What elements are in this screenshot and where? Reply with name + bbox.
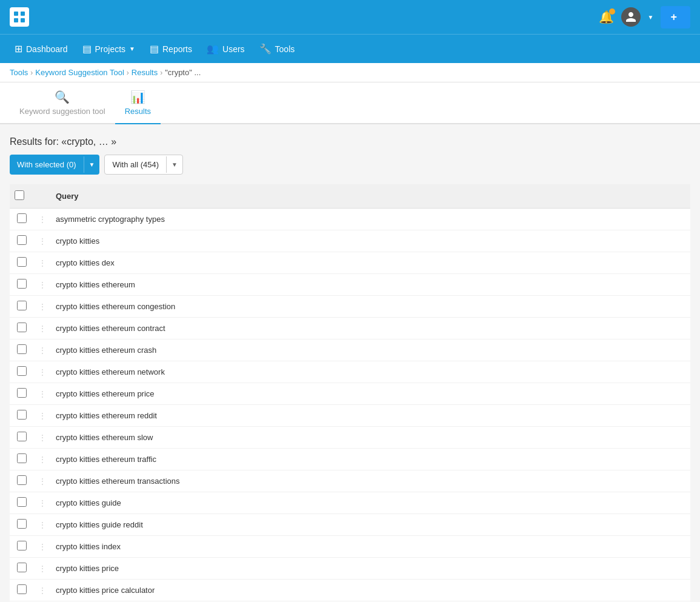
nav-label-users: Users bbox=[222, 44, 245, 54]
row-drag-handle: ⋮ bbox=[34, 318, 51, 339]
row-query: crypto kitties dex bbox=[51, 252, 690, 274]
row-query: crypto kitties ethereum slow bbox=[51, 427, 690, 449]
row-drag-handle: ⋮ bbox=[34, 296, 51, 318]
row-checkbox[interactable] bbox=[17, 279, 27, 289]
row-query: crypto kitties price bbox=[51, 558, 690, 580]
breadcrumb-sep-2: › bbox=[127, 69, 129, 77]
row-checkbox-cell bbox=[10, 449, 34, 470]
row-checkbox[interactable] bbox=[17, 475, 27, 485]
table-row: ⋮crypto kitties bbox=[10, 230, 690, 252]
row-checkbox[interactable] bbox=[17, 519, 27, 529]
row-checkbox-cell bbox=[10, 318, 34, 339]
row-checkbox-cell bbox=[10, 230, 34, 252]
svg-rect-1 bbox=[21, 12, 25, 16]
breadcrumb-results[interactable]: Results bbox=[132, 68, 158, 77]
row-query: crypto kitties ethereum contract bbox=[51, 318, 690, 339]
row-drag-handle: ⋮ bbox=[34, 449, 51, 470]
row-drag-handle: ⋮ bbox=[34, 209, 51, 230]
row-checkbox[interactable] bbox=[17, 497, 27, 507]
nav-item-users[interactable]: 👥 Users bbox=[202, 41, 250, 57]
drag-icon: ⋮ bbox=[39, 324, 46, 333]
nav-item-tools[interactable]: 🔧 Tools bbox=[255, 41, 300, 57]
row-query: crypto kitties ethereum bbox=[51, 274, 690, 296]
row-checkbox[interactable] bbox=[17, 563, 27, 572]
tab-bar: 🔍 Keyword suggestion tool 📊 Results bbox=[0, 82, 700, 124]
tab-results[interactable]: 📊 Results bbox=[115, 82, 161, 124]
row-checkbox-cell bbox=[10, 405, 34, 427]
layers-icon: ▤ bbox=[82, 43, 92, 55]
row-checkbox[interactable] bbox=[17, 257, 27, 267]
notifications-button[interactable]: 🔔 bbox=[599, 10, 614, 24]
row-drag-handle: ⋮ bbox=[34, 361, 51, 383]
breadcrumb-keyword-suggestion-tool[interactable]: Keyword Suggestion Tool bbox=[35, 68, 124, 77]
row-query: crypto kitties ethereum price bbox=[51, 383, 690, 405]
nav-label-dashboard: Dashboard bbox=[26, 44, 68, 54]
nav-item-reports[interactable]: ▤ Reports bbox=[145, 41, 197, 57]
svg-rect-3 bbox=[21, 18, 25, 22]
row-checkbox[interactable] bbox=[17, 584, 27, 594]
row-query: crypto kitties ethereum traffic bbox=[51, 449, 690, 470]
row-checkbox[interactable] bbox=[17, 235, 27, 245]
table-row: ⋮crypto kitties price calculator bbox=[10, 580, 690, 601]
select-all-checkbox[interactable] bbox=[15, 190, 24, 200]
row-drag-handle: ⋮ bbox=[34, 339, 51, 361]
with-all-dropdown-icon[interactable]: ▼ bbox=[166, 156, 182, 173]
drag-icon: ⋮ bbox=[39, 412, 46, 420]
tab-label-keyword-suggestion-tool: Keyword suggestion tool bbox=[19, 107, 105, 116]
row-checkbox[interactable] bbox=[17, 541, 27, 550]
breadcrumb-tools[interactable]: Tools bbox=[10, 68, 28, 77]
tab-keyword-suggestion-tool[interactable]: 🔍 Keyword suggestion tool bbox=[10, 82, 115, 124]
table-row: ⋮crypto kitties ethereum contract bbox=[10, 318, 690, 339]
row-query: asymmetric cryptography types bbox=[51, 209, 690, 230]
row-checkbox[interactable] bbox=[17, 432, 27, 441]
with-all-label[interactable]: With all (454) bbox=[105, 155, 166, 174]
table-row: ⋮crypto kitties ethereum network bbox=[10, 361, 690, 383]
row-checkbox[interactable] bbox=[17, 323, 27, 332]
with-selected-label[interactable]: With selected (0) bbox=[10, 155, 84, 174]
row-query: crypto kitties guide bbox=[51, 492, 690, 514]
with-all-button[interactable]: With all (454) ▼ bbox=[104, 155, 182, 175]
drag-icon: ⋮ bbox=[39, 237, 46, 246]
nav-item-dashboard[interactable]: ⊞ Dashboard bbox=[10, 41, 73, 57]
row-query: crypto kitties ethereum transactions bbox=[51, 470, 690, 492]
row-checkbox-cell bbox=[10, 274, 34, 296]
user-menu-button[interactable]: ▼ bbox=[621, 7, 654, 27]
row-drag-handle: ⋮ bbox=[34, 514, 51, 536]
row-checkbox-cell bbox=[10, 580, 34, 601]
add-website-button[interactable]: + bbox=[661, 6, 690, 28]
row-checkbox[interactable] bbox=[17, 301, 27, 310]
users-icon: 👥 bbox=[207, 43, 219, 55]
row-checkbox[interactable] bbox=[17, 213, 27, 223]
row-drag-handle: ⋮ bbox=[34, 252, 51, 274]
drag-icon: ⋮ bbox=[39, 564, 46, 573]
row-drag-handle: ⋮ bbox=[34, 558, 51, 580]
row-drag-handle: ⋮ bbox=[34, 405, 51, 427]
row-checkbox-cell bbox=[10, 470, 34, 492]
row-query: crypto kitties index bbox=[51, 536, 690, 558]
topbar: 🔔 ▼ + bbox=[0, 0, 700, 34]
drag-icon: ⋮ bbox=[39, 368, 46, 376]
drag-icon: ⋮ bbox=[39, 215, 46, 224]
table-row: ⋮crypto kitties ethereum congestion bbox=[10, 296, 690, 318]
table-row: ⋮crypto kitties ethereum crash bbox=[10, 339, 690, 361]
row-drag-handle: ⋮ bbox=[34, 470, 51, 492]
row-checkbox-cell bbox=[10, 558, 34, 580]
nav-item-projects[interactable]: ▤ Projects ▼ bbox=[78, 41, 140, 57]
header-drag-cell bbox=[34, 184, 51, 209]
user-menu-chevron-icon: ▼ bbox=[648, 14, 654, 21]
with-selected-dropdown-icon[interactable]: ▼ bbox=[84, 156, 100, 173]
row-checkbox-cell bbox=[10, 339, 34, 361]
row-checkbox[interactable] bbox=[17, 453, 27, 463]
drag-icon: ⋮ bbox=[39, 477, 46, 486]
drag-icon: ⋮ bbox=[39, 499, 46, 507]
row-checkbox[interactable] bbox=[17, 410, 27, 420]
row-checkbox-cell bbox=[10, 536, 34, 558]
row-checkbox[interactable] bbox=[17, 388, 27, 398]
table-row: ⋮crypto kitties ethereum reddit bbox=[10, 405, 690, 427]
with-selected-button[interactable]: With selected (0) ▼ bbox=[10, 155, 99, 175]
row-checkbox[interactable] bbox=[17, 344, 27, 354]
row-checkbox[interactable] bbox=[17, 366, 27, 376]
drag-icon: ⋮ bbox=[39, 455, 46, 464]
tab-label-results: Results bbox=[125, 107, 151, 116]
row-query: crypto kitties ethereum reddit bbox=[51, 405, 690, 427]
